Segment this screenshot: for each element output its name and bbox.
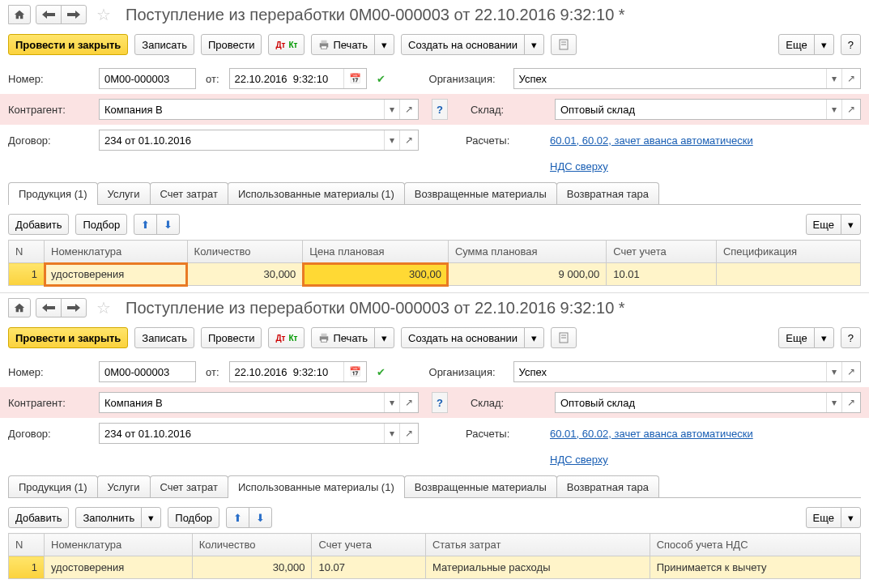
open-icon[interactable]: ↗ — [399, 393, 418, 412]
dropdown-icon[interactable]: ▾ — [384, 424, 399, 443]
help-button[interactable]: ? — [841, 34, 861, 55]
fill-dropdown[interactable]: ▾ — [141, 507, 161, 528]
cell-account[interactable]: 10.07 — [312, 556, 425, 579]
forward-button[interactable] — [61, 298, 87, 317]
contract-input[interactable]: ▾↗ — [99, 423, 419, 444]
star-icon[interactable]: ☆ — [96, 298, 111, 317]
dropdown-icon[interactable]: ▾ — [384, 100, 399, 119]
add-button[interactable]: Добавить — [8, 214, 69, 235]
contractor-input[interactable]: ▾↗ — [99, 392, 419, 413]
more-dropdown[interactable]: ▾ — [814, 327, 834, 348]
table-row[interactable]: 1 удостоверения 30,000 300,00 9 000,00 1… — [9, 263, 861, 286]
table-more-dropdown[interactable]: ▾ — [841, 214, 861, 235]
cell-account[interactable]: 10.01 — [607, 263, 717, 286]
more-button[interactable]: Еще — [778, 327, 814, 348]
cell-qty[interactable]: 30,000 — [187, 263, 303, 286]
date-input[interactable]: 📅 — [229, 68, 367, 89]
vat-link[interactable]: НДС сверху — [550, 160, 608, 173]
tab-services[interactable]: Услуги — [97, 182, 151, 205]
cell-price[interactable]: 300,00 — [303, 263, 449, 286]
tab-used-materials[interactable]: Использованные материалы (1) — [228, 475, 405, 498]
open-icon[interactable]: ↗ — [841, 393, 860, 412]
print-dropdown[interactable]: ▾ — [374, 327, 394, 348]
tab-cost-account[interactable]: Счет затрат — [150, 475, 228, 498]
dropdown-icon[interactable]: ▾ — [826, 69, 841, 88]
forward-button[interactable] — [61, 5, 87, 24]
fill-button[interactable]: Заполнить — [75, 507, 142, 528]
info-icon[interactable]: ? — [432, 392, 448, 413]
move-down-button[interactable]: ⬇ — [156, 214, 180, 235]
warehouse-input[interactable]: ▾↗ — [555, 99, 861, 120]
post-and-close-button[interactable]: Провести и закрыть — [8, 327, 128, 348]
star-icon[interactable]: ☆ — [96, 5, 111, 24]
tab-products[interactable]: Продукция (1) — [8, 182, 98, 205]
org-input[interactable]: ▾↗ — [513, 68, 861, 89]
dtkt-button[interactable]: ДтКт — [268, 327, 305, 348]
open-icon[interactable]: ↗ — [841, 362, 860, 381]
help-button[interactable]: ? — [841, 327, 861, 348]
pick-button[interactable]: Подбор — [168, 507, 219, 528]
tab-returnable-packaging[interactable]: Возвратная тара — [556, 475, 659, 498]
dropdown-icon[interactable]: ▾ — [384, 130, 399, 150]
vat-link[interactable]: НДС сверху — [550, 454, 608, 466]
create-based-dropdown[interactable]: ▾ — [524, 327, 544, 348]
add-button[interactable]: Добавить — [8, 507, 69, 528]
write-button[interactable]: Записать — [134, 34, 194, 55]
calendar-icon[interactable]: 📅 — [343, 69, 366, 88]
attach-button[interactable] — [551, 34, 577, 55]
calendar-icon[interactable]: 📅 — [343, 362, 366, 381]
dropdown-icon[interactable]: ▾ — [384, 393, 399, 412]
dropdown-icon[interactable]: ▾ — [826, 100, 841, 119]
print-button[interactable]: Печать — [311, 34, 375, 55]
back-button[interactable] — [36, 298, 62, 317]
more-button[interactable]: Еще — [778, 34, 814, 55]
tab-returned-materials[interactable]: Возвращенные материалы — [404, 475, 557, 498]
number-input[interactable] — [99, 68, 196, 89]
cell-sum[interactable]: 9 000,00 — [448, 263, 606, 286]
more-dropdown[interactable]: ▾ — [814, 34, 834, 55]
settlements-link[interactable]: 60.01, 60.02, зачет аванса автоматически — [550, 428, 753, 440]
table-more-button[interactable]: Еще — [806, 507, 841, 528]
create-based-button[interactable]: Создать на основании — [401, 327, 525, 348]
pick-button[interactable]: Подбор — [75, 214, 127, 235]
dropdown-icon[interactable]: ▾ — [826, 393, 841, 412]
cell-cost-item[interactable]: Материальные расходы — [425, 556, 650, 579]
table-more-dropdown[interactable]: ▾ — [841, 507, 861, 528]
create-based-dropdown[interactable]: ▾ — [524, 34, 544, 55]
cell-spec[interactable] — [716, 263, 860, 286]
cell-nomen[interactable]: удостоверения — [45, 263, 188, 286]
back-button[interactable] — [36, 5, 62, 24]
cell-vat-mode[interactable]: Принимается к вычету — [650, 556, 860, 579]
print-dropdown[interactable]: ▾ — [374, 34, 394, 55]
tab-used-materials[interactable]: Использованные материалы (1) — [228, 182, 405, 205]
open-icon[interactable]: ↗ — [399, 130, 418, 150]
date-input[interactable]: 📅 — [229, 361, 367, 382]
tab-cost-account[interactable]: Счет затрат — [150, 182, 228, 205]
dropdown-icon[interactable]: ▾ — [826, 362, 841, 381]
cell-nomen[interactable]: удостоверения — [45, 556, 193, 579]
move-down-button[interactable]: ⬇ — [249, 507, 272, 528]
table-more-button[interactable]: Еще — [806, 214, 841, 235]
open-icon[interactable]: ↗ — [841, 69, 860, 88]
move-up-button[interactable]: ⬆ — [134, 214, 157, 235]
table-row[interactable]: 1 удостоверения 30,000 10.07 Материальны… — [9, 556, 861, 579]
contractor-input[interactable]: ▾↗ — [99, 99, 419, 120]
settlements-link[interactable]: 60.01, 60.02, зачет аванса автоматически — [550, 134, 753, 147]
tab-returned-materials[interactable]: Возвращенные материалы — [404, 182, 557, 205]
post-button[interactable]: Провести — [201, 327, 262, 348]
open-icon[interactable]: ↗ — [841, 100, 860, 119]
post-button[interactable]: Провести — [201, 34, 262, 55]
tab-products[interactable]: Продукция (1) — [8, 475, 98, 498]
post-and-close-button[interactable]: Провести и закрыть — [8, 34, 128, 55]
tab-returnable-packaging[interactable]: Возвратная тара — [556, 182, 659, 205]
contract-input[interactable]: ▾↗ — [99, 130, 419, 151]
dtkt-button[interactable]: ДтКт — [268, 34, 305, 55]
open-icon[interactable]: ↗ — [399, 424, 418, 443]
home-button[interactable] — [8, 298, 31, 317]
info-icon[interactable]: ? — [432, 99, 448, 120]
org-input[interactable]: ▾↗ — [513, 361, 861, 382]
attach-button[interactable] — [551, 327, 577, 348]
number-input[interactable] — [99, 361, 196, 382]
create-based-button[interactable]: Создать на основании — [401, 34, 525, 55]
cell-qty[interactable]: 30,000 — [192, 556, 312, 579]
